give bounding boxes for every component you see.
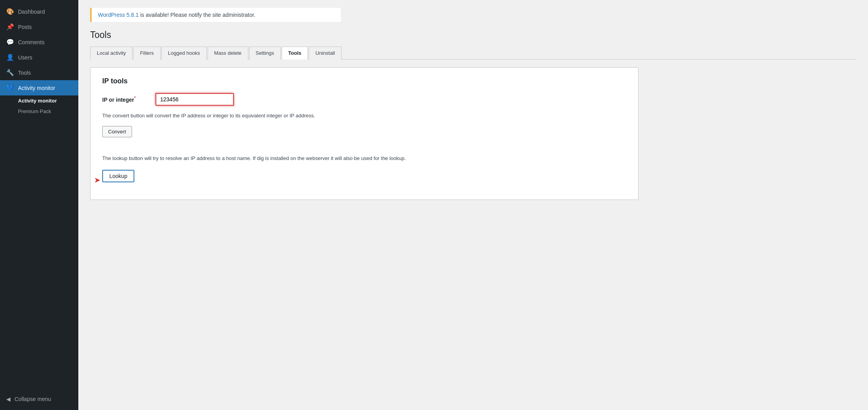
sidebar-submenu-premium-pack[interactable]: Premium Pack [0,106,78,117]
sidebar-item-comments[interactable]: 💬 Comments [0,34,78,50]
section-title: IP tools [102,77,626,85]
ip-form-row: IP or integer* [102,93,626,106]
users-icon: 👤 [6,54,14,61]
ip-input[interactable] [156,93,234,106]
sidebar-label-users: Users [18,54,33,61]
arrow-indicator: ➤ [94,175,101,185]
sidebar-item-activity-monitor[interactable]: 💙 Activity monitor [0,80,78,95]
page-title: Tools [90,30,856,40]
sidebar-item-tools[interactable]: 🔧 Tools [0,65,78,80]
sidebar-submenu: Activity monitor Premium Pack [0,95,78,117]
convert-section: The convert button will convert the IP a… [102,112,626,145]
tabs-container: Local activity Filters Logged hooks Mass… [90,47,856,59]
sidebar-item-posts[interactable]: 📌 Posts [0,19,78,34]
tab-filters[interactable]: Filters [133,47,160,59]
tab-settings[interactable]: Settings [249,47,281,59]
lookup-section: The lookup button will try to resolve an… [102,155,626,191]
tab-uninstall[interactable]: Uninstall [309,47,342,59]
sidebar: 🎨 Dashboard 📌 Posts 💬 Comments 👤 Users 🔧… [0,0,78,410]
sidebar-label-comments: Comments [18,39,45,45]
convert-button[interactable]: Convert [102,126,132,137]
notice-message: is available! Please notify the site adm… [139,12,255,18]
sidebar-label-activity-monitor: Activity monitor [18,85,55,91]
sidebar-label-tools: Tools [18,70,31,76]
sidebar-submenu-activity-monitor[interactable]: Activity monitor [0,95,78,106]
tab-local-activity[interactable]: Local activity [90,47,132,59]
lookup-container: ➤ Lookup [102,170,134,190]
wordpress-update-link[interactable]: WordPress 5.8.1 [98,12,139,18]
comments-icon: 💬 [6,38,14,46]
main-content: WordPress 5.8.1 is available! Please not… [78,0,868,410]
sidebar-label-dashboard: Dashboard [18,9,45,15]
sidebar-item-dashboard[interactable]: 🎨 Dashboard [0,4,78,19]
activity-monitor-icon: 💙 [6,84,14,92]
update-notice: WordPress 5.8.1 is available! Please not… [90,8,341,22]
tab-tools[interactable]: Tools [282,47,308,59]
lookup-button[interactable]: Lookup [102,170,134,182]
content-area: IP tools IP or integer* The convert butt… [90,67,638,200]
posts-icon: 📌 [6,23,14,31]
lookup-description: The lookup button will try to resolve an… [102,155,439,162]
required-marker: * [134,96,136,100]
sidebar-item-users[interactable]: 👤 Users [0,50,78,65]
collapse-icon: ◀ [6,396,11,402]
ip-label: IP or integer* [102,96,149,103]
tab-logged-hooks[interactable]: Logged hooks [161,47,207,59]
convert-description: The convert button will convert the IP a… [102,112,439,120]
tab-mass-delete[interactable]: Mass delete [208,47,248,59]
sidebar-label-posts: Posts [18,24,32,30]
dashboard-icon: 🎨 [6,8,14,15]
tools-icon: 🔧 [6,69,14,76]
collapse-menu-button[interactable]: ◀ Collapse menu [0,392,78,406]
